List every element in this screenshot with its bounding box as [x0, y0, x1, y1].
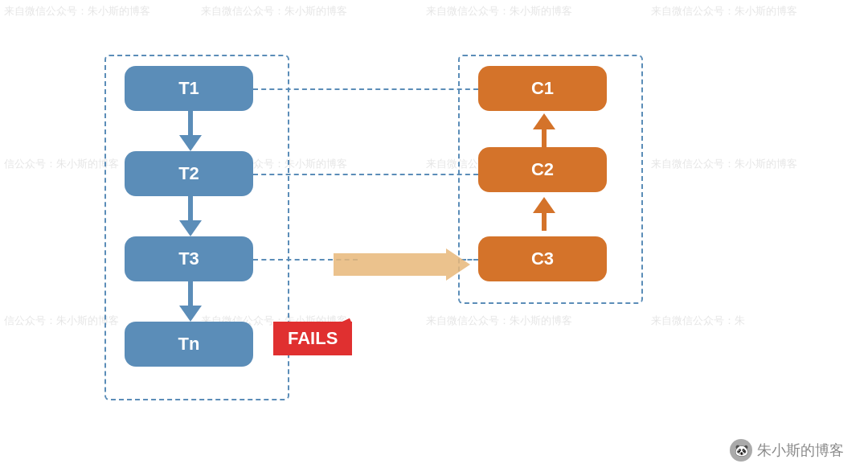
big-arrow-t3-c3: [334, 248, 470, 281]
brand-name: 朱小斯的博客: [757, 441, 844, 460]
node-t2: T2: [125, 151, 253, 196]
watermark-4: 来自微信公众号：朱小斯的博客: [651, 4, 797, 18]
watermark-5: 信公众号：朱小斯的博客: [4, 157, 119, 171]
arrow-c2-c1: [533, 113, 555, 147]
node-t3: T3: [125, 236, 253, 281]
brand-icon: 🐼: [730, 439, 752, 462]
watermark-11: 来自微信公众号：朱小斯的博客: [426, 314, 572, 328]
arrow-t2-t3: [179, 196, 202, 236]
node-c1: C1: [478, 66, 607, 111]
watermark-2: 来自微信公众号：朱小斯的博客: [201, 4, 347, 18]
arrow-c3-c2: [533, 197, 555, 231]
watermark-3: 来自微信公众号：朱小斯的博客: [426, 4, 572, 18]
node-t1: T1: [125, 66, 253, 111]
arrow-t3-tn: [179, 281, 202, 322]
dashed-t1-c1: [253, 88, 478, 90]
watermark-12: 来自微信公众号：朱: [651, 314, 745, 328]
watermark-9: 信公众号：朱小斯的博客: [4, 314, 119, 328]
dashed-t2-c2: [253, 174, 478, 175]
node-c3: C3: [478, 236, 607, 281]
node-fails: FAILS: [273, 322, 352, 355]
node-c2: C2: [478, 147, 607, 192]
watermark-8: 来自微信公众号：朱小斯的博客: [651, 157, 797, 171]
arrow-t1-t2: [179, 111, 202, 151]
node-tn: Tn: [125, 322, 253, 367]
watermark-1: 来自微信公众号：朱小斯的博客: [4, 4, 150, 18]
brand-watermark: 🐼 朱小斯的博客: [730, 439, 844, 462]
